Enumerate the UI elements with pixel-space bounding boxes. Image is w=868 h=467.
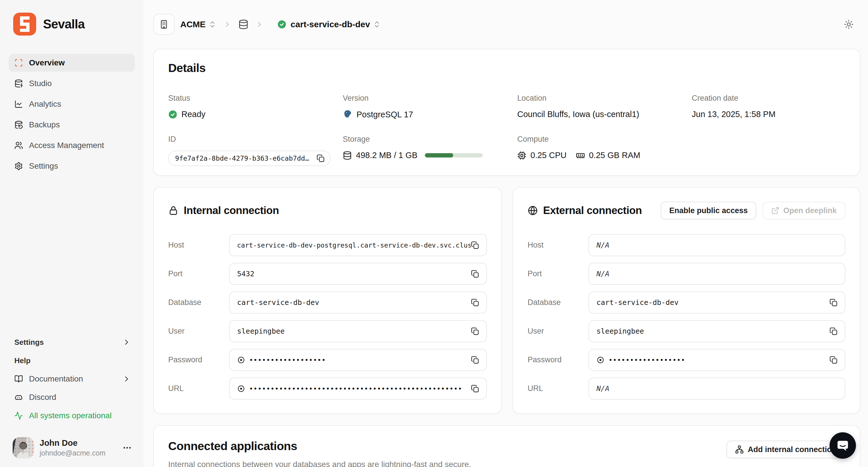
chat-bubble-icon bbox=[836, 439, 849, 452]
database-backup-icon bbox=[14, 121, 23, 129]
version-field: Version PostgreSQL 17 bbox=[343, 94, 517, 119]
host-value: N/A bbox=[596, 241, 838, 249]
chevron-right-icon bbox=[255, 20, 264, 28]
sidebar-item-settings[interactable]: Settings bbox=[9, 157, 135, 175]
database-input[interactable]: cart-service-db-dev bbox=[588, 292, 845, 313]
add-internal-connection-button[interactable]: Add internal connection bbox=[726, 441, 847, 458]
database-icon[interactable] bbox=[238, 19, 249, 30]
sidebar: Sevalla Overview Studio Analytics Backup… bbox=[0, 0, 144, 467]
database-input[interactable]: cart-service-db-dev bbox=[229, 292, 487, 313]
port-input[interactable]: N/A bbox=[588, 263, 845, 285]
password-value-masked: •••••••••••••••••• bbox=[609, 356, 829, 364]
external-link-icon bbox=[771, 206, 779, 214]
password-label: Password bbox=[528, 356, 588, 364]
gear-icon bbox=[14, 162, 23, 170]
chevrons-up-down-icon[interactable] bbox=[208, 20, 216, 28]
sidebar-item-overview[interactable]: Overview bbox=[9, 54, 135, 72]
org-chip[interactable] bbox=[153, 14, 175, 35]
sidebar-item-label: Backups bbox=[29, 120, 60, 129]
footer-status-row[interactable]: All systems operational bbox=[9, 408, 135, 424]
brand-name: Sevalla bbox=[43, 17, 85, 31]
sevalla-logo-icon[interactable] bbox=[13, 12, 36, 36]
url-input[interactable]: ••••••••••••••••••••••••••••••••••••••••… bbox=[229, 377, 487, 400]
database-value: cart-service-db-dev bbox=[596, 298, 829, 307]
host-value: cart-service-db-dev-postgresql.cart-serv… bbox=[237, 241, 471, 249]
internal-connection-header: Internal connection bbox=[168, 201, 487, 220]
copy-icon[interactable] bbox=[316, 154, 325, 163]
password-label: Password bbox=[168, 356, 229, 364]
version-value: PostgreSQL 17 bbox=[343, 109, 517, 119]
sidebar-item-access-management[interactable]: Access Management bbox=[9, 137, 135, 154]
host-input[interactable]: N/A bbox=[588, 234, 845, 256]
add-internal-connection-label: Add internal connection bbox=[748, 445, 836, 454]
location-label: Location bbox=[517, 94, 692, 103]
sidebar-item-label: Overview bbox=[29, 58, 65, 67]
sidebar-item-analytics[interactable]: Analytics bbox=[9, 95, 135, 113]
port-input[interactable]: 5432 bbox=[229, 263, 487, 285]
sidebar-item-studio[interactable]: Studio bbox=[9, 75, 135, 92]
password-input[interactable]: •••••••••••••••••• bbox=[588, 349, 845, 371]
connected-applications-subtitle: Internal connections between your databa… bbox=[168, 460, 845, 467]
breadcrumb-org-name[interactable]: ACME bbox=[180, 20, 206, 29]
creation-date-field: Creation date Jun 13, 2025, 1:58 PM bbox=[692, 94, 845, 119]
reveal-eye-icon[interactable] bbox=[237, 385, 245, 393]
breadcrumb-resource-name[interactable]: cart-service-db-dev bbox=[290, 20, 370, 29]
password-input[interactable]: •••••••••••••••••• bbox=[229, 349, 487, 371]
copy-icon[interactable] bbox=[471, 385, 479, 393]
footer-discord-row[interactable]: Discord bbox=[9, 390, 135, 405]
storage-label: Storage bbox=[343, 135, 517, 144]
avatar bbox=[12, 437, 34, 458]
sidebar-item-backups[interactable]: Backups bbox=[9, 116, 135, 134]
enable-public-access-button[interactable]: Enable public access bbox=[661, 202, 756, 220]
details-title: Details bbox=[168, 61, 845, 75]
copy-icon[interactable] bbox=[829, 356, 838, 364]
brand: Sevalla bbox=[9, 12, 135, 36]
copy-icon[interactable] bbox=[829, 298, 838, 307]
storage-value: 498.2 MB / 1 GB bbox=[343, 151, 517, 160]
reveal-eye-icon[interactable] bbox=[237, 356, 245, 364]
pixel-s-glyph bbox=[17, 16, 32, 32]
host-label: Host bbox=[168, 241, 229, 249]
connection-cards-row: Internal connection Host cart-service-db… bbox=[153, 187, 860, 414]
user-input[interactable]: sleepingbee bbox=[229, 320, 487, 342]
chart-line-icon bbox=[14, 100, 23, 108]
user-menu-ellipsis-icon[interactable] bbox=[122, 443, 132, 453]
host-label: Host bbox=[528, 241, 588, 249]
user-profile[interactable]: John Doe johndoe@acme.com bbox=[9, 437, 135, 458]
open-deeplink-label: Open deeplink bbox=[783, 206, 837, 215]
database-icon bbox=[343, 151, 352, 160]
open-deeplink-button[interactable]: Open deeplink bbox=[763, 202, 845, 220]
copy-icon[interactable] bbox=[471, 356, 479, 364]
user-input[interactable]: sleepingbee bbox=[588, 320, 845, 342]
copy-icon[interactable] bbox=[471, 270, 479, 278]
chat-launcher-button[interactable] bbox=[830, 432, 856, 459]
database-value: cart-service-db-dev bbox=[237, 298, 471, 307]
copy-icon[interactable] bbox=[471, 241, 479, 249]
sidebar-item-label: Settings bbox=[29, 162, 58, 171]
theme-toggle-sun-icon[interactable] bbox=[844, 19, 854, 30]
footer-settings-row[interactable]: Settings bbox=[9, 334, 135, 350]
system-status-label: All systems operational bbox=[29, 411, 112, 420]
connected-applications-card: Connected applications Internal connecti… bbox=[153, 425, 860, 467]
copy-icon[interactable] bbox=[471, 327, 479, 336]
url-row: URL ••••••••••••••••••••••••••••••••••••… bbox=[168, 377, 487, 400]
host-input[interactable]: cart-service-db-dev-postgresql.cart-serv… bbox=[229, 234, 487, 256]
compute-value: 0.25 CPU 0.25 GB RAM bbox=[517, 151, 692, 160]
activity-pulse-icon bbox=[14, 411, 23, 420]
internal-connection-title: Internal connection bbox=[184, 204, 279, 216]
copy-icon[interactable] bbox=[829, 327, 838, 336]
footer-documentation-label: Documentation bbox=[29, 374, 83, 383]
chevron-right-icon bbox=[122, 338, 131, 346]
port-value: 5432 bbox=[237, 270, 471, 278]
compute-label: Compute bbox=[517, 135, 692, 144]
footer-documentation-row[interactable]: Documentation bbox=[9, 371, 135, 387]
storage-progress-bar bbox=[425, 153, 483, 158]
status-check-icon bbox=[277, 20, 286, 29]
id-input[interactable]: 9fe7af2a-8bde-4279-b363-e6cab7dd… bbox=[168, 151, 331, 166]
status-text: Ready bbox=[181, 109, 206, 119]
copy-icon[interactable] bbox=[471, 298, 479, 307]
user-label: User bbox=[168, 327, 229, 336]
reveal-eye-icon[interactable] bbox=[596, 356, 604, 364]
chevrons-up-down-icon[interactable] bbox=[373, 20, 381, 28]
url-input[interactable]: N/A bbox=[588, 377, 845, 400]
